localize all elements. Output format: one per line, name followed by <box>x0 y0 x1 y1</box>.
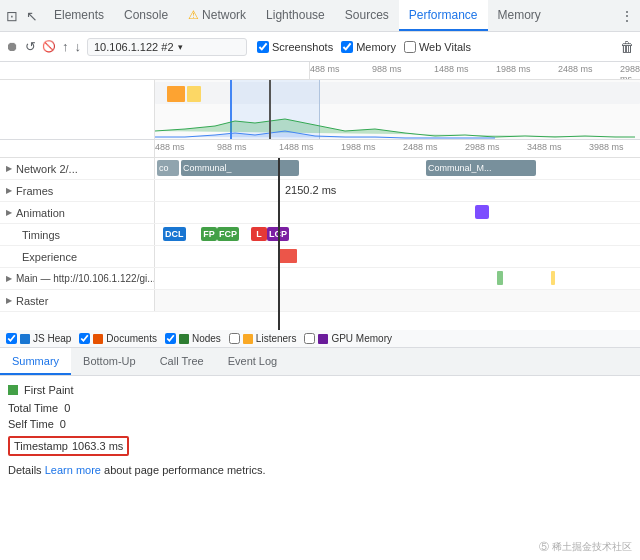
tab-network[interactable]: ⚠ Network <box>178 0 256 31</box>
main-block2[interactable] <box>551 271 555 285</box>
screenshots-checkbox[interactable] <box>257 41 269 53</box>
flame-chart: ▶ Network 2/... co Communal_ Communal_M.… <box>0 158 640 330</box>
documents-checkbox[interactable] <box>79 333 90 344</box>
tick-2488: 2488 ms <box>558 64 593 74</box>
dropdown-arrow-icon: ▾ <box>178 42 183 52</box>
tab-lighthouse[interactable]: Lighthouse <box>256 0 335 31</box>
self-time-label: Self Time <box>8 418 54 430</box>
block-co[interactable]: co <box>157 160 179 176</box>
jsheap-checkbox[interactable] <box>6 333 17 344</box>
lcp-label[interactable]: LCP <box>267 227 289 241</box>
gpumemory-color <box>318 334 328 344</box>
tick-1488: 1488 ms <box>434 64 469 74</box>
jsheap-legend[interactable]: JS Heap <box>6 333 71 344</box>
tab-summary[interactable]: Summary <box>0 348 71 375</box>
screenshots-checkbox-label[interactable]: Screenshots <box>257 41 333 53</box>
bottom-tab-bar: Summary Bottom-Up Call Tree Event Log <box>0 348 640 376</box>
tab-elements[interactable]: Elements <box>44 0 114 31</box>
ruler2-left <box>0 140 155 157</box>
main-expand-icon[interactable]: ▶ <box>6 274 12 283</box>
memory-legend-bar: JS Heap Documents Nodes Listeners GPU Me… <box>0 330 640 348</box>
animation-block[interactable] <box>475 205 489 219</box>
url-select[interactable]: 10.106.1.122 #2 ▾ <box>87 38 247 56</box>
block-communal[interactable]: Communal_ <box>181 160 299 176</box>
total-time-value: 0 <box>64 402 70 414</box>
animation-label: ▶ Animation <box>0 202 155 223</box>
listeners-label: Listeners <box>256 333 297 344</box>
memory-checkbox[interactable] <box>341 41 353 53</box>
l-label[interactable]: L <box>251 227 267 241</box>
warning-icon: ⚠ <box>188 8 199 22</box>
tab-bottomup[interactable]: Bottom-Up <box>71 348 148 375</box>
dock-icon[interactable]: ⊡ <box>4 6 20 26</box>
total-time-item: Total Time 0 <box>8 398 632 416</box>
main-block1[interactable] <box>497 271 503 285</box>
frames-expand-icon[interactable]: ▶ <box>6 186 12 195</box>
fp-label[interactable]: FP <box>201 227 217 241</box>
learn-more-link[interactable]: Learn more <box>45 464 101 476</box>
jsheap-label: JS Heap <box>33 333 71 344</box>
first-paint-label: First Paint <box>24 384 74 396</box>
listeners-checkbox[interactable] <box>229 333 240 344</box>
import-icon[interactable]: ↑ <box>62 39 69 54</box>
raster-content <box>155 290 640 311</box>
tick-1988: 1988 ms <box>496 64 531 74</box>
exp-block[interactable] <box>279 249 297 263</box>
cursor-icon[interactable]: ↖ <box>24 6 40 26</box>
memory-checkbox-label[interactable]: Memory <box>341 41 396 53</box>
timings-label: Timings <box>0 224 155 245</box>
timeline-marker <box>269 80 271 139</box>
listeners-color <box>243 334 253 344</box>
self-time-item: Self Time 0 <box>8 416 632 432</box>
tab-console[interactable]: Console <box>114 0 178 31</box>
gpumemory-legend[interactable]: GPU Memory <box>304 333 392 344</box>
timings-content: DCL FP FCP L LCP <box>155 224 640 245</box>
flame-row-animation: ▶ Animation <box>0 202 640 224</box>
trash-icon[interactable]: 🗑 <box>620 39 634 55</box>
nodes-legend[interactable]: Nodes <box>165 333 221 344</box>
total-time-label: Total Time <box>8 402 58 414</box>
top-ruler: 488 ms 988 ms 1488 ms 1988 ms 2488 ms 29… <box>0 62 640 80</box>
tab-calltree[interactable]: Call Tree <box>148 348 216 375</box>
tick-488: 488 ms <box>310 64 340 74</box>
url-text: 10.106.1.122 #2 <box>94 41 174 53</box>
fcp-label[interactable]: FCP <box>217 227 239 241</box>
tab-sources[interactable]: Sources <box>335 0 399 31</box>
tab-eventlog[interactable]: Event Log <box>216 348 290 375</box>
timestamp-item: Timestamp 1063.3 ms <box>8 432 632 458</box>
clear-icon[interactable]: 🚫 <box>42 40 56 53</box>
more-tabs-icon[interactable]: ⋮ <box>620 8 634 24</box>
details-text: about page performance metrics. <box>104 464 265 476</box>
listeners-legend[interactable]: Listeners <box>229 333 297 344</box>
flame-row-network: ▶ Network 2/... co Communal_ Communal_M.… <box>0 158 640 180</box>
record-icon[interactable]: ⏺ <box>6 39 19 54</box>
dcl-label[interactable]: DCL <box>163 227 186 241</box>
tab-memory[interactable]: Memory <box>488 0 551 31</box>
animation-expand-icon[interactable]: ▶ <box>6 208 12 217</box>
timestamp-label: Timestamp <box>14 440 68 452</box>
details-row: Details Learn more about page performanc… <box>8 458 632 480</box>
network-expand-icon[interactable]: ▶ <box>6 164 12 173</box>
export-icon[interactable]: ↓ <box>75 39 82 54</box>
main-content <box>155 268 640 289</box>
experience-content <box>155 246 640 267</box>
nodes-label: Nodes <box>192 333 221 344</box>
webvitals-checkbox[interactable] <box>404 41 416 53</box>
raster-expand-icon[interactable]: ▶ <box>6 296 12 305</box>
block-communalm[interactable]: Communal_M... <box>426 160 536 176</box>
gpumemory-checkbox[interactable] <box>304 333 315 344</box>
overview-area[interactable] <box>0 80 640 140</box>
flame-row-raster: ▶ Raster <box>0 290 640 312</box>
gpumemory-label: GPU Memory <box>331 333 392 344</box>
toolbar-checkboxes: Screenshots Memory Web Vitals <box>257 41 471 53</box>
refresh-icon[interactable]: ↺ <box>25 39 36 54</box>
flame-row-timings: Timings DCL FP FCP L LCP <box>0 224 640 246</box>
nodes-checkbox[interactable] <box>165 333 176 344</box>
webvitals-checkbox-label[interactable]: Web Vitals <box>404 41 471 53</box>
documents-legend[interactable]: Documents <box>79 333 157 344</box>
timestamp-box: Timestamp 1063.3 ms <box>8 436 129 456</box>
watermark: ⑤ 稀土掘金技术社区 <box>539 540 632 554</box>
tab-performance[interactable]: Performance <box>399 0 488 31</box>
flame-row-experience: Experience <box>0 246 640 268</box>
toolbar-icons: ⊡ ↖ <box>0 6 44 26</box>
